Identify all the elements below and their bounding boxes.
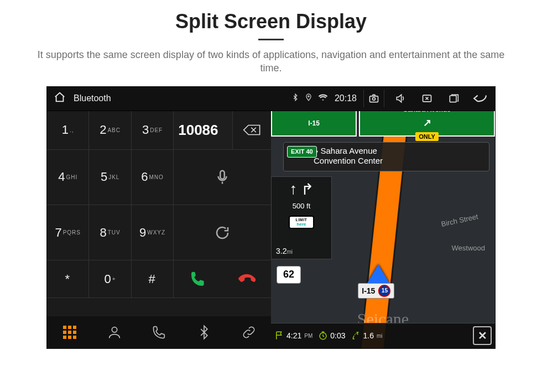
duration: 0:03 [318,331,345,341]
arrow-up-right-icon: ↗ [423,117,431,129]
bluetooth-icon [196,325,212,340]
svg-rect-5 [220,171,225,179]
interstate-icon: 15 [378,285,390,297]
maneuver-distance: 500 ft [293,202,311,210]
recent-apps-button[interactable] [443,90,464,107]
screenshot-button[interactable] [363,90,384,107]
only-badge: ONLY [415,132,439,141]
dial-key-2[interactable]: 2ABC [89,111,131,149]
nav-close-button[interactable]: ✕ [473,326,492,345]
clock-icon [318,331,328,341]
home-icon[interactable] [51,91,68,106]
device-frame: Bluetooth 20:18 [46,86,496,349]
redial-button[interactable] [174,205,271,260]
tab-link[interactable] [226,316,271,348]
dial-key-4[interactable]: 4GHI [47,150,89,205]
dial-key-1[interactable]: 1., [47,111,89,149]
dial-key-3[interactable]: 3DEF [132,111,174,149]
dialpad-icon [63,326,76,339]
road-shield: I-15 15 [358,283,394,299]
speed-limit-sign: LIMIT here [289,216,314,229]
road-label-birch: Birch Street [440,212,479,228]
nav-status-bar: 4:21PM 0:03 1.6mi ✕ [271,323,495,348]
page-description: It supports the same screen display of t… [28,48,514,75]
navigation-panel: I-15 Sahara Avenue ↗ ONLY EXIT 40 » Saha… [271,111,495,348]
status-bar: Bluetooth 20:18 [47,87,495,111]
dial-display: 10086 [174,111,233,149]
status-icons: 20:18 [291,90,491,107]
remaining-distance: 1.6mi [351,331,383,341]
dial-key-0[interactable]: 0+ [89,260,131,297]
volume-button[interactable] [390,90,411,107]
vehicle-marker-icon [367,264,389,283]
lane-arrow-right-icon: ↱ [301,180,314,198]
tab-contacts[interactable] [92,316,137,348]
distance-icon [351,331,361,341]
sign-right: Sahara Avenue ↗ ONLY [359,111,495,137]
close-app-button[interactable] [416,90,437,107]
lane-arrows: ↑ ↱ [290,180,314,198]
lane-guidance: ↑ ↱ 500 ft LIMIT here 3.2mi [271,176,332,259]
dial-key-hash[interactable]: # [132,260,174,297]
speed-limit-label: LIMIT [290,218,313,222]
hangup-button[interactable] [222,260,271,297]
dial-key-5[interactable]: 5JKL [89,150,131,205]
svg-rect-1 [370,96,378,102]
tab-bluetooth[interactable] [181,316,226,348]
dial-key-6[interactable]: 6MNO [132,150,174,205]
statusbar-title: Bluetooth [74,93,111,103]
svg-rect-4 [450,96,456,102]
svg-point-2 [373,97,376,100]
person-icon [107,325,122,340]
svg-point-6 [112,327,117,332]
tab-dialpad[interactable] [47,316,92,348]
flag-icon [274,331,284,341]
exit-badge: EXIT 40 [287,146,317,158]
link-icon [241,325,257,340]
location-icon [305,92,312,104]
backspace-button[interactable] [233,111,271,149]
current-speed: 62 [277,266,301,284]
highway-signs: I-15 Sahara Avenue ↗ ONLY [271,111,495,137]
bluetooth-dialer: 1., 2ABC 3DEF 10086 4GHI 5JKL 6MNO [47,111,271,348]
road-label-westwood: Westwood [452,244,485,252]
tab-recents[interactable] [137,316,181,348]
dest-line1: » Sahara Avenue [314,146,483,156]
dial-key-9[interactable]: 9WXYZ [132,205,174,260]
trip-distance: 3.2mi [276,247,293,255]
destination-banner: EXIT 40 » Sahara Avenue Convention Cente… [283,142,489,172]
dial-key-8[interactable]: 8TUV [89,205,131,260]
dial-key-7[interactable]: 7PQRS [47,205,89,260]
clock-text: 20:18 [335,93,357,103]
voice-input-button[interactable] [174,150,271,205]
dial-key-star[interactable]: * [47,260,89,297]
bluetooth-icon [291,92,299,104]
map-provider: here [290,222,313,227]
wifi-icon [318,92,328,104]
eta: 4:21PM [274,331,312,341]
call-button[interactable] [174,260,222,297]
back-button[interactable] [470,90,491,107]
phone-icon [152,325,167,340]
dialer-tabs [47,316,271,348]
sign-right-text: Sahara Avenue [403,111,451,113]
shield-text: I-15 [362,286,375,295]
title-underline [258,39,284,40]
map-view[interactable]: I-15 Sahara Avenue ↗ ONLY EXIT 40 » Saha… [271,111,495,348]
dest-line2: Convention Center [314,156,483,166]
page-title: Split Screen Display [175,10,367,33]
svg-point-0 [308,96,309,97]
lane-arrow-up-icon: ↑ [290,180,298,198]
sign-left: I-15 [271,111,357,137]
